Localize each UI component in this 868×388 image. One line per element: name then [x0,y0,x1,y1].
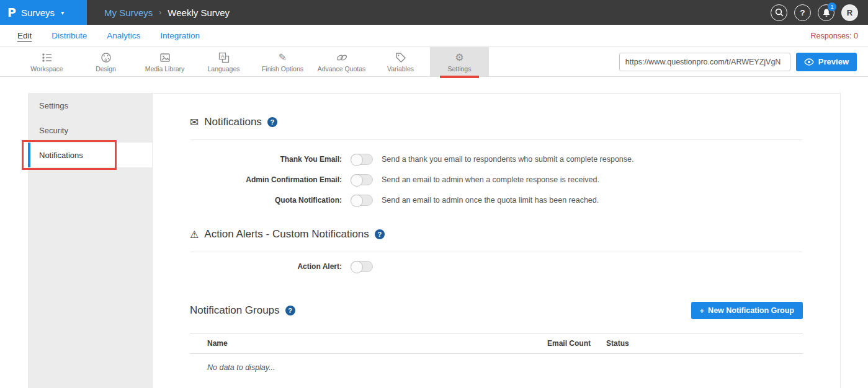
new-notification-group-button[interactable]: New Notification Group [691,302,803,319]
warning-triangle-icon [190,229,199,240]
gear-icon: ⚙ [455,51,463,64]
breadcrumb-separator-icon [159,8,161,17]
tab-analytics[interactable]: Analytics [107,31,140,40]
toolbar-item-media-library[interactable]: Media Library [135,47,194,76]
toolbar-item-label: Advance Quotas [318,65,366,73]
tab-distribute[interactable]: Distribute [51,31,87,40]
edit-toolbar: Workspace Design Media Library A Languag… [0,47,868,77]
table-empty-message: No data to display... [190,354,803,372]
survey-url-input[interactable] [619,53,790,71]
section-title: Notifications [204,116,262,128]
svg-text:A: A [221,53,225,59]
section-divider [190,252,803,252]
tab-integration[interactable]: Integration [160,31,200,40]
workspace-list-icon [42,51,53,64]
notification-groups-table: Name Email Count Status No data to displ… [190,333,803,372]
setting-label: Thank You Email: [190,155,342,164]
column-header-name: Name [207,339,547,348]
setting-label: Admin Confirmation Email: [190,175,342,184]
toolbar-item-label: Finish Options [262,65,303,73]
toolbar-item-label: Settings [448,65,472,73]
envelope-icon [190,117,199,128]
toolbar-item-label: Languages [208,65,240,73]
toolbar-right: Preview [619,47,868,76]
column-header-status: Status [606,339,803,348]
questionpro-logo-icon: P [7,6,16,19]
topbar: P Surveys My Surveys Weekly Survey ? 1 R [0,0,868,25]
annotation-settings-underline [440,76,479,78]
notifications-panel: Notifications Thank You Email: Send a th… [152,93,841,388]
question-mark-icon: ? [800,8,805,17]
toolbar-item-languages[interactable]: A Languages [194,47,253,76]
help-icon[interactable] [267,117,277,127]
search-button[interactable] [771,4,787,21]
main-nav: Edit Distribute Analytics Integration Re… [0,25,868,47]
setting-label: Action Alert: [190,262,342,271]
palette-icon [101,51,112,64]
thank-you-email-toggle[interactable] [351,154,373,165]
sidebar-item-notifications[interactable]: Notifications [28,143,152,167]
action-alert-row: Action Alert: [190,261,803,272]
toolbar-item-label: Media Library [145,65,185,73]
thank-you-email-row: Thank You Email: Send a thank you email … [190,154,803,165]
admin-confirmation-email-toggle[interactable] [351,174,373,185]
search-icon [775,8,784,17]
section-divider [190,139,803,140]
quota-notification-toggle[interactable] [351,195,373,206]
toolbar-item-finish-options[interactable]: ✎ Finish Options [253,47,312,76]
table-header-row: Name Email Count Status [190,333,803,354]
image-icon [159,51,171,64]
new-group-button-label: New Notification Group [708,306,794,315]
help-icon[interactable] [375,229,385,239]
pencil-icon: ✎ [279,51,287,64]
section-title: Action Alerts - Custom Notifications [204,228,369,240]
chevron-down-icon [61,9,64,16]
responses-count[interactable]: Responses: 0 [811,32,858,40]
section-title: Notification Groups [190,304,280,317]
breadcrumb-current-survey: Weekly Survey [168,7,230,18]
action-alert-toggle[interactable] [351,261,373,272]
action-alerts-section-header: Action Alerts - Custom Notifications [190,227,803,242]
setting-label: Quota Notification: [190,196,342,205]
toolbar-item-label: Design [96,65,116,73]
chain-links-icon [336,51,348,64]
setting-description: Send an email to admin once the quota li… [382,196,599,205]
eye-icon [804,58,814,66]
setting-description: Send a thank you email to respondents wh… [382,155,634,164]
sidebar-item-security[interactable]: Security [28,118,152,143]
toolbar-item-advance-quotas[interactable]: Advance Quotas [312,47,371,76]
help-button[interactable]: ? [794,4,811,21]
setting-description: Send an email to admin when a complete r… [382,175,599,184]
toolbar-item-workspace[interactable]: Workspace [17,47,76,76]
preview-button-label: Preview [818,57,849,66]
tag-icon [395,51,406,64]
tab-edit[interactable]: Edit [17,31,32,40]
toolbar-item-settings[interactable]: ⚙ Settings [430,47,489,76]
column-header-email-count: Email Count [547,339,606,348]
notification-groups-header: Notification Groups New Notification Gro… [190,302,803,319]
notification-count-badge: 1 [828,2,836,11]
breadcrumb-my-surveys[interactable]: My Surveys [104,7,153,18]
toolbar-item-label: Workspace [30,65,63,73]
settings-content: Settings Security Notifications Notifica… [0,93,868,388]
quota-notification-row: Quota Notification: Send an email to adm… [190,195,803,206]
toolbar-item-variables[interactable]: Variables [371,47,430,76]
plus-icon [700,306,705,315]
toolbar-item-label: Variables [387,65,414,73]
notifications-section-header: Notifications [190,115,803,130]
preview-button[interactable]: Preview [796,53,857,71]
translate-icon: A [218,51,230,64]
breadcrumb: My Surveys Weekly Survey [104,7,230,18]
toolbar-item-design[interactable]: Design [76,47,135,76]
topbar-actions: ? 1 R [771,4,868,21]
help-icon[interactable] [285,306,295,315]
sidebar-item-settings[interactable]: Settings [28,93,152,118]
product-menu[interactable]: P Surveys [0,0,87,25]
admin-confirmation-email-row: Admin Confirmation Email: Send an email … [190,174,803,185]
notifications-button[interactable]: 1 [818,4,834,21]
settings-sidebar: Settings Security Notifications [28,93,152,388]
avatar[interactable]: R [841,4,858,21]
product-menu-label: Surveys [21,7,55,18]
